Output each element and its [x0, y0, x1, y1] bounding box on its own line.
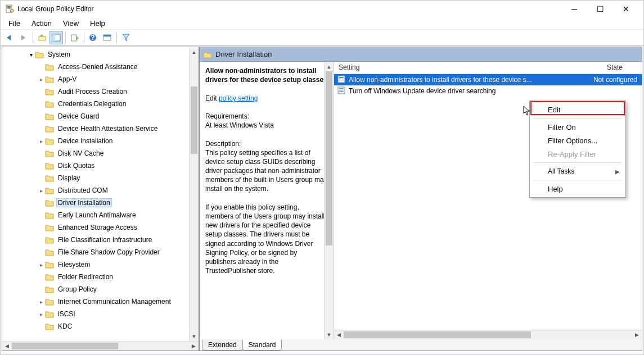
view-tabs: Extended Standard — [200, 339, 642, 351]
help-button[interactable]: ? — [87, 31, 100, 44]
ctx-all-tasks[interactable]: All Tasks▶ — [531, 165, 624, 178]
tree-node[interactable]: Credentials Delegation — [56, 100, 128, 108]
folder-icon — [45, 199, 54, 207]
list-hscrollbar[interactable]: ◀▶ — [334, 330, 642, 339]
folder-icon — [45, 174, 54, 182]
tree-node[interactable]: File Classification Infrastructure — [56, 236, 154, 244]
ctx-separator — [533, 118, 622, 119]
app-icon — [5, 4, 14, 13]
tree-node[interactable]: Disk NV Cache — [56, 149, 105, 157]
tree-node[interactable]: Disk Quotas — [56, 162, 96, 170]
tab-extended[interactable]: Extended — [202, 340, 243, 351]
edit-policy-link[interactable]: policy setting — [219, 94, 258, 102]
policy-icon — [337, 87, 346, 95]
policy-row[interactable]: Turn off Windows Update device driver se… — [334, 85, 642, 97]
ctx-separator — [533, 162, 622, 163]
svg-rect-5 — [39, 37, 46, 40]
back-button[interactable] — [3, 31, 16, 44]
tree-node[interactable]: Audit Process Creation — [56, 88, 129, 95]
tree-node[interactable]: Early Launch Antimalware — [56, 211, 138, 219]
ctx-filter-options[interactable]: Filter Options... — [531, 134, 624, 147]
tree-node[interactable]: Folder Redirection — [56, 273, 115, 281]
tree-node[interactable]: iSCSI — [56, 310, 77, 318]
description-p2: If you enable this policy setting, membe… — [205, 203, 325, 275]
tree-node[interactable]: Device Installation — [56, 137, 114, 145]
ctx-help[interactable]: Help — [531, 182, 624, 195]
submenu-arrow-icon: ▶ — [615, 169, 620, 175]
close-button[interactable]: ✕ — [613, 1, 639, 17]
chevron-right-icon[interactable]: ▸ — [37, 188, 45, 194]
menu-help[interactable]: Help — [84, 18, 111, 29]
svg-rect-15 — [339, 79, 344, 79]
tree-node[interactable]: Device Guard — [56, 112, 101, 120]
tree-pane: ▾SystemAccess-Denied Assistance▸App-VAud… — [2, 47, 199, 351]
ctx-filter-on[interactable]: Filter On — [531, 120, 624, 134]
folder-icon — [45, 261, 54, 268]
cursor-icon — [523, 106, 533, 116]
toolbar: ? — [1, 30, 643, 45]
minimize-button[interactable]: ─ — [561, 1, 587, 17]
chevron-right-icon[interactable]: ▸ — [37, 299, 45, 305]
col-setting[interactable]: Setting — [334, 62, 602, 74]
up-button[interactable] — [35, 31, 49, 44]
svg-rect-14 — [339, 77, 344, 78]
folder-icon — [45, 211, 54, 219]
tree-node[interactable]: App-V — [56, 75, 78, 83]
tree-node-system[interactable]: System — [46, 51, 72, 58]
tree-vscrollbar[interactable]: ▲ ▼ — [189, 47, 199, 341]
policy-tree[interactable]: ▾SystemAccess-Denied Assistance▸App-VAud… — [2, 47, 199, 341]
properties-button[interactable] — [101, 31, 114, 44]
policy-icon — [337, 75, 346, 84]
chevron-right-icon[interactable]: ▸ — [37, 311, 45, 317]
folder-icon — [45, 88, 54, 95]
tree-node[interactable]: Distributed COM — [56, 186, 110, 194]
folder-icon — [45, 149, 54, 157]
chevron-down-icon[interactable]: ▾ — [27, 52, 35, 58]
tree-node[interactable]: Internet Communication Management — [56, 298, 173, 306]
filter-button[interactable] — [119, 31, 133, 44]
forward-button[interactable] — [17, 31, 30, 44]
chevron-right-icon[interactable]: ▸ — [37, 262, 45, 268]
tree-node[interactable]: Group Policy — [56, 285, 98, 293]
menu-action[interactable]: Action — [26, 18, 57, 29]
policy-row[interactable]: Allow non-administrators to install driv… — [334, 74, 642, 85]
folder-icon — [45, 236, 54, 244]
tab-standard[interactable]: Standard — [242, 340, 282, 351]
svg-text:?: ? — [91, 34, 94, 42]
tree-hscrollbar[interactable]: ◀▶ — [2, 341, 199, 351]
ctx-separator — [533, 180, 622, 180]
window-title: Local Group Policy Editor — [17, 5, 93, 13]
description-label: Description: — [205, 140, 241, 148]
tree-node[interactable]: Driver Installation — [56, 198, 112, 207]
show-hide-tree-button[interactable] — [49, 31, 63, 44]
svg-point-4 — [10, 9, 13, 12]
content-header: Driver Installation — [200, 47, 642, 62]
chevron-right-icon[interactable]: ▸ — [37, 138, 45, 144]
toolbar-separator — [116, 32, 117, 43]
tree-node[interactable]: KDC — [56, 322, 74, 330]
ctx-reapply-filter: Re-Apply Filter — [531, 147, 624, 161]
folder-icon — [45, 186, 54, 194]
toolbar-separator — [33, 32, 33, 43]
tree-node[interactable]: Access-Denied Assistance — [56, 63, 139, 71]
menu-file[interactable]: File — [3, 18, 26, 29]
content-title: Driver Installation — [215, 50, 272, 58]
maximize-button[interactable]: ☐ — [587, 1, 613, 17]
folder-icon — [45, 100, 54, 108]
description-p1: This policy setting specifies a list of … — [205, 149, 327, 193]
export-list-button[interactable] — [68, 31, 82, 44]
col-state[interactable]: State — [602, 62, 642, 74]
highlight-box — [530, 101, 625, 115]
desc-vscrollbar[interactable]: ▲ ▼ — [324, 62, 334, 339]
menubar: File Action View Help — [1, 17, 643, 30]
tree-node[interactable]: Filesystem — [56, 261, 92, 268]
tree-node[interactable]: Enhanced Storage Access — [56, 224, 139, 231]
menu-view[interactable]: View — [57, 18, 84, 29]
policy-label: Turn off Windows Update device driver se… — [349, 87, 496, 95]
tree-node[interactable]: Device Health Attestation Service — [56, 125, 159, 133]
tree-node[interactable]: Display — [56, 174, 82, 182]
edit-label: Edit — [205, 94, 219, 102]
chevron-right-icon[interactable]: ▸ — [37, 76, 45, 83]
tree-node[interactable]: File Share Shadow Copy Provider — [56, 248, 161, 256]
folder-icon — [45, 248, 54, 256]
